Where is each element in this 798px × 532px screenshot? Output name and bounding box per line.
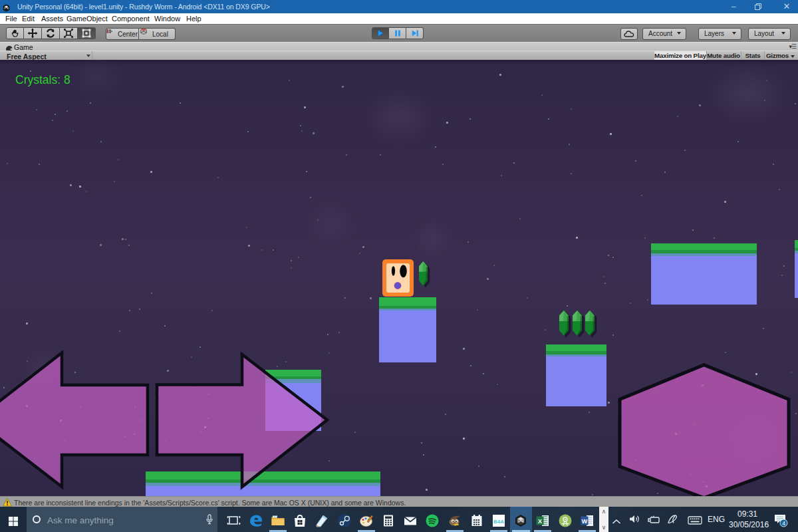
svg-text:X: X [538, 518, 542, 525]
svg-text:4: 4 [782, 520, 785, 527]
svg-text:B4A: B4A [493, 519, 504, 525]
svg-text:W: W [581, 518, 587, 525]
